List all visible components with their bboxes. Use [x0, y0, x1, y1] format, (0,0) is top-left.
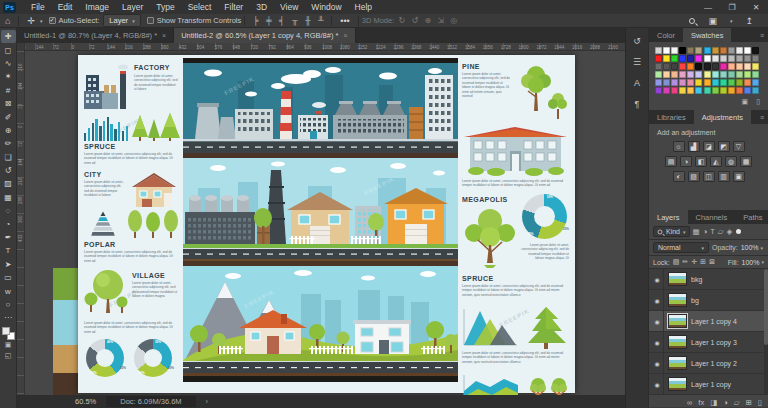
shape-tool[interactable]: ▭ — [1, 271, 16, 284]
blend-mode-dropdown[interactable]: Normal▾ — [653, 242, 709, 253]
color-swatch[interactable] — [736, 71, 743, 78]
eye-icon[interactable]: ◉ — [651, 311, 664, 331]
hue-saturation-icon[interactable]: ▤ — [665, 156, 677, 167]
tool-preset-caret-icon[interactable]: ▾ — [40, 18, 43, 24]
color-swatch[interactable] — [695, 79, 702, 86]
document-tab-untitled-1[interactable]: Untitled-1 @ 80.7% (Layer 4, RGB/8#) * × — [17, 28, 174, 43]
horizontal-ruler[interactable]: 2161447207214421628836043250457664872079… — [17, 43, 625, 51]
color-swatches[interactable] — [2, 327, 15, 340]
gradient-tool[interactable]: ▦ — [1, 191, 16, 204]
layer-thumbnail[interactable] — [668, 377, 687, 391]
3d-slide-icon[interactable]: ⇲ — [435, 16, 446, 25]
channel-mixer-icon[interactable]: ◍ — [725, 156, 737, 167]
menu-item[interactable]: Layer — [116, 1, 149, 13]
layer-thumbnail[interactable] — [668, 314, 687, 328]
close-tab-icon[interactable]: × — [343, 32, 347, 39]
layer-group-icon[interactable]: ▱ — [734, 398, 740, 407]
color-swatch[interactable] — [679, 79, 686, 86]
eye-icon[interactable]: ◉ — [651, 332, 664, 352]
tab-paths[interactable]: Paths — [735, 210, 768, 224]
panel-menu-icon[interactable]: ≡ — [760, 32, 768, 39]
color-swatch[interactable] — [744, 47, 751, 54]
color-swatch[interactable] — [728, 47, 735, 54]
color-balance-icon[interactable]: ◑ — [680, 156, 692, 167]
path-select-tool[interactable]: ➤ — [1, 258, 16, 271]
curves-icon[interactable]: ◪ — [703, 141, 715, 152]
align-bottom-icon[interactable]: ╨ — [315, 16, 326, 25]
align-right-icon[interactable]: ╡ — [276, 16, 287, 25]
layer-mask-icon[interactable]: ◨ — [710, 398, 717, 407]
filter-shape-icon[interactable]: ▱ — [718, 227, 724, 236]
layer-thumbnail[interactable] — [668, 293, 687, 307]
3d-drag-icon[interactable]: ⊕ — [422, 16, 433, 25]
filter-type-icon[interactable]: T — [710, 227, 715, 236]
3d-rotate-icon[interactable]: ↻ — [396, 16, 407, 25]
align-left-icon[interactable]: ╞ — [250, 16, 261, 25]
color-swatch[interactable] — [695, 71, 702, 78]
3d-scale-icon[interactable]: ◎ — [448, 16, 459, 25]
eraser-tool[interactable]: ▨ — [1, 177, 16, 190]
color-swatch[interactable] — [687, 79, 694, 86]
black-white-icon[interactable]: ◧ — [695, 156, 707, 167]
home-icon[interactable]: ⌂ — [0, 16, 15, 26]
color-swatch[interactable] — [736, 63, 743, 70]
color-swatch[interactable] — [744, 71, 751, 78]
restore-button[interactable]: ❐ — [720, 2, 744, 13]
tab-swatches[interactable]: Swatches — [683, 28, 732, 42]
color-swatch[interactable] — [687, 55, 694, 62]
color-swatch[interactable] — [712, 55, 719, 62]
fill-value-dropdown[interactable]: 100%▾ — [742, 259, 764, 266]
tab-libraries[interactable]: Libraries — [649, 110, 694, 124]
layer-name[interactable]: Layer 1 copy 4 — [691, 318, 737, 325]
color-swatch[interactable] — [744, 63, 751, 70]
history-brush-tool[interactable]: ↺ — [1, 164, 16, 177]
layer-thumbnail[interactable] — [668, 335, 687, 349]
search-icon[interactable] — [689, 18, 695, 24]
color-lookup-icon[interactable]: ▦ — [740, 156, 752, 167]
color-swatch[interactable] — [736, 47, 743, 54]
color-swatch[interactable] — [752, 55, 759, 62]
tab-adjustments[interactable]: Adjustments — [694, 110, 751, 124]
hand-tool[interactable]: w — [1, 284, 16, 297]
menu-item[interactable]: Edit — [52, 1, 79, 13]
color-swatch[interactable] — [704, 63, 711, 70]
canvas-area[interactable]: FREEPIK FREEPIK FREEPIK FREEPIK — [17, 43, 625, 395]
layer-thumbnail[interactable] — [668, 272, 687, 286]
color-swatch[interactable] — [663, 79, 670, 86]
status-chevron-icon[interactable]: › — [206, 397, 209, 406]
layer-name[interactable]: bg — [691, 297, 699, 304]
color-swatch[interactable] — [704, 71, 711, 78]
wand-tool[interactable]: ✶ — [1, 70, 16, 83]
layer-row[interactable]: ◉ bkg — [649, 269, 768, 290]
color-swatch[interactable] — [663, 71, 670, 78]
opacity-value-dropdown[interactable]: 100%▾ — [741, 244, 763, 251]
lasso-tool[interactable]: ∿ — [1, 57, 16, 70]
color-swatch[interactable] — [687, 87, 694, 94]
color-swatch[interactable] — [736, 87, 743, 94]
vibrance-icon[interactable]: ▽ — [733, 141, 745, 152]
edit-toolbar[interactable]: ⋯ — [1, 311, 16, 324]
align-top-icon[interactable]: ╥ — [289, 16, 300, 25]
layer-row[interactable]: ◉ bg — [649, 290, 768, 311]
layer-name[interactable]: bkg — [691, 276, 702, 283]
more-options-icon[interactable]: ••• — [335, 16, 354, 26]
color-swatch[interactable] — [655, 87, 662, 94]
crop-tool[interactable]: # — [1, 84, 16, 97]
color-swatch[interactable] — [752, 63, 759, 70]
stamp-tool[interactable]: ❏ — [1, 151, 16, 164]
filter-adjustment-icon[interactable]: ◑ — [703, 227, 708, 236]
threshold-icon[interactable]: ◫ — [703, 171, 715, 182]
color-swatch[interactable] — [671, 87, 678, 94]
color-swatch[interactable] — [704, 87, 711, 94]
paragraph-panel-icon[interactable]: ¶ — [635, 99, 640, 109]
posterize-icon[interactable]: ▨ — [688, 171, 700, 182]
color-swatch[interactable] — [752, 87, 759, 94]
3d-roll-icon[interactable]: ↺ — [409, 16, 420, 25]
color-swatch[interactable] — [695, 63, 702, 70]
color-swatch[interactable] — [752, 47, 759, 54]
auto-select-checkbox[interactable]: ✓ — [49, 17, 56, 24]
color-swatch[interactable] — [728, 87, 735, 94]
filter-toggle-icon[interactable] — [736, 229, 741, 234]
levels-icon[interactable]: ▟ — [688, 141, 700, 152]
color-swatch[interactable] — [655, 63, 662, 70]
